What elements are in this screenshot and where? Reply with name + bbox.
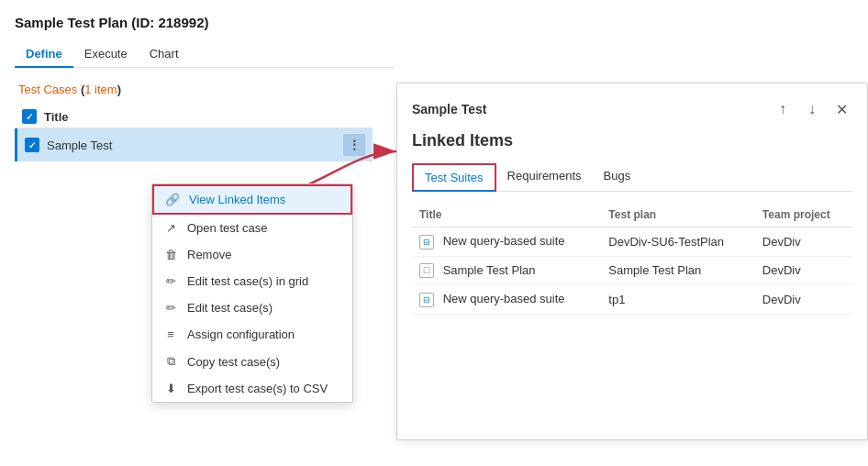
context-menu-item-open[interactable]: ↗ Open test case: [152, 215, 352, 241]
open-icon: ↗: [163, 221, 178, 235]
row-teamproject-cell: DevDiv: [755, 256, 852, 285]
row-testplan-cell: Sample Test Plan: [601, 256, 754, 285]
row-teamproject-cell: DevDiv: [755, 285, 852, 315]
tab-execute[interactable]: Execute: [73, 41, 139, 68]
context-menu-item-remove[interactable]: 🗑 Remove: [152, 241, 352, 268]
move-up-button[interactable]: ↑: [772, 98, 794, 120]
table-row[interactable]: ⊟ New query-based suite DevDiv-SU6-TestP…: [412, 227, 852, 257]
list-header-label: Title: [44, 110, 69, 124]
tab-bar: Define Execute Chart: [15, 41, 395, 68]
row-title-cell: ⊟ New query-based suite: [412, 285, 601, 315]
link-icon: 🔗: [165, 193, 180, 206]
right-panel-header: Sample Test ↑ ↓ ✕: [412, 98, 852, 120]
list-header: ✓ Title: [15, 105, 373, 128]
right-panel-title: Sample Test: [412, 102, 486, 116]
context-menu-item-edit-grid[interactable]: ✏ Edit test case(s) in grid: [152, 268, 352, 294]
export-icon: ⬇: [163, 382, 178, 395]
linked-tab-bugs[interactable]: Bugs: [593, 163, 642, 192]
linked-items-title: Linked Items: [412, 131, 852, 150]
query-suite-icon: ⊟: [419, 235, 434, 250]
row-testplan-cell: tp1: [601, 285, 754, 315]
trash-icon: 🗑: [163, 248, 178, 261]
edit-grid-icon: ✏: [163, 274, 178, 288]
item-checkbox[interactable]: ✓: [25, 138, 39, 152]
context-menu: 🔗 View Linked Items ↗ Open test case 🗑 R…: [151, 183, 353, 403]
context-menu-item-copy[interactable]: ⧉ Copy test case(s): [152, 348, 352, 375]
row-title-cell: ☐ Sample Test Plan: [412, 256, 601, 285]
col-title: Title: [412, 203, 601, 227]
page-title: Sample Test Plan (ID: 218992): [15, 15, 395, 30]
linked-tabs: Test Suites Requirements Bugs: [412, 163, 852, 192]
linked-items-table: Title Test plan Team project ⊟ New query…: [412, 203, 852, 315]
row-title-cell: ⊟ New query-based suite: [412, 227, 601, 257]
query-suite-icon-2: ⊟: [419, 293, 434, 307]
table-row[interactable]: ⊟ New query-based suite tp1 DevDiv: [412, 285, 852, 315]
row-testplan-cell: DevDiv-SU6-TestPlan: [601, 227, 754, 257]
test-list: ✓ Title ✓ Sample Test ⋮: [15, 105, 373, 161]
list-item-text: Sample Test: [47, 139, 343, 152]
assign-icon: ≡: [163, 327, 178, 341]
context-menu-item-view-linked[interactable]: 🔗 View Linked Items: [152, 184, 352, 215]
tab-chart[interactable]: Chart: [139, 41, 190, 68]
move-down-button[interactable]: ↓: [801, 98, 823, 120]
context-menu-item-assign[interactable]: ≡ Assign configuration: [152, 321, 352, 348]
tab-define[interactable]: Define: [15, 41, 73, 68]
table-row[interactable]: ☐ Sample Test Plan Sample Test Plan DevD…: [412, 256, 852, 285]
linked-tab-test-suites[interactable]: Test Suites: [412, 163, 496, 192]
linked-tab-requirements[interactable]: Requirements: [496, 163, 593, 192]
col-test-plan: Test plan: [601, 203, 754, 227]
list-item-menu-button[interactable]: ⋮: [343, 134, 365, 156]
static-suite-icon: ☐: [419, 263, 434, 278]
col-team-project: Team project: [755, 203, 852, 227]
header-checkbox[interactable]: ✓: [22, 109, 37, 124]
edit-icon: ✏: [163, 301, 178, 315]
left-panel: Sample Test Plan (ID: 218992) Define Exe…: [0, 0, 395, 466]
context-menu-item-edit[interactable]: ✏ Edit test case(s): [152, 294, 352, 321]
test-cases-section-title: Test Cases (1 item): [15, 83, 395, 96]
copy-icon: ⧉: [163, 354, 178, 369]
list-item[interactable]: ✓ Sample Test ⋮: [15, 128, 373, 161]
close-button[interactable]: ✕: [830, 98, 852, 120]
row-teamproject-cell: DevDiv: [755, 227, 852, 257]
right-panel: Sample Test ↑ ↓ ✕ Linked Items Test Suit…: [396, 83, 868, 440]
right-panel-actions: ↑ ↓ ✕: [772, 98, 852, 120]
context-menu-item-export[interactable]: ⬇ Export test case(s) to CSV: [152, 375, 352, 402]
